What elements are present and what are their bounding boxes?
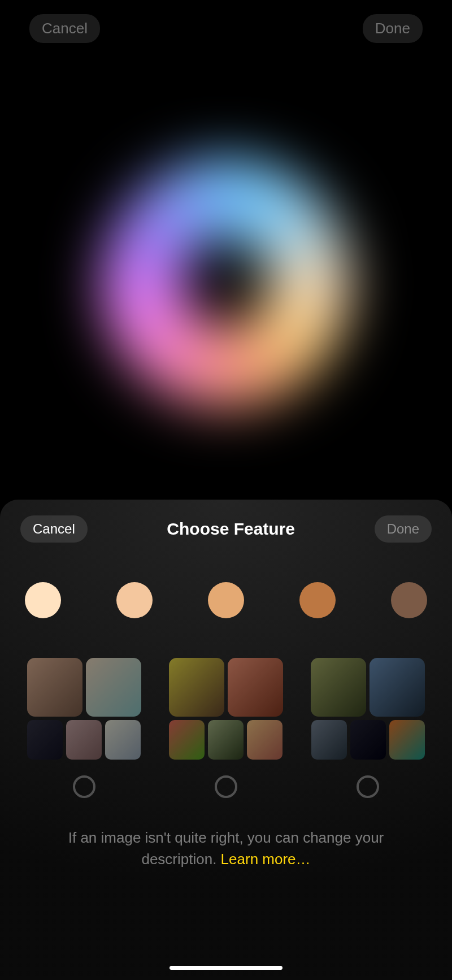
top-done-button[interactable]: Done: [363, 14, 423, 43]
avatar-thumb[interactable]: [169, 658, 224, 717]
skin-tone-swatch-4[interactable]: [299, 582, 336, 618]
avatar-thumb[interactable]: [247, 720, 282, 760]
skin-tone-swatches: [20, 582, 432, 618]
avatar-thumb[interactable]: [311, 720, 347, 760]
avatar-thumb[interactable]: [389, 720, 425, 760]
preview-area: [0, 68, 452, 497]
avatar-group-radio-3[interactable]: [357, 775, 379, 798]
sheet-cancel-button[interactable]: Cancel: [20, 515, 88, 543]
avatar-group-1: [20, 658, 147, 798]
avatar-group-2: [162, 658, 289, 798]
sheet-done-button[interactable]: Done: [375, 515, 432, 543]
hint-text: If an image isn't quite right, you can c…: [20, 827, 432, 870]
avatar-thumb[interactable]: [27, 720, 63, 760]
avatar-thumb[interactable]: [105, 720, 141, 760]
avatar-group-radio-1[interactable]: [73, 775, 95, 798]
avatar-thumb[interactable]: [27, 658, 82, 717]
home-indicator[interactable]: [169, 966, 282, 970]
avatar-thumb[interactable]: [169, 720, 205, 760]
skin-tone-swatch-5[interactable]: [391, 582, 427, 618]
avatar-thumb[interactable]: [311, 658, 366, 717]
learn-more-link[interactable]: Learn more…: [221, 851, 311, 868]
avatar-thumb[interactable]: [208, 720, 244, 760]
avatar-group-3: [305, 658, 432, 798]
feature-sheet: Cancel Choose Feature Done: [0, 500, 452, 980]
sheet-title: Choose Feature: [167, 519, 295, 539]
avatar-thumb[interactable]: [350, 720, 386, 760]
avatar-thumb[interactable]: [370, 658, 425, 717]
skin-tone-swatch-3[interactable]: [208, 582, 244, 618]
avatar-thumb[interactable]: [66, 720, 102, 760]
avatar-thumb[interactable]: [228, 658, 283, 717]
avatar-group-radio-2[interactable]: [215, 775, 237, 798]
skin-tone-swatch-2[interactable]: [116, 582, 153, 618]
avatar-thumb[interactable]: [86, 658, 141, 717]
top-cancel-button[interactable]: Cancel: [29, 14, 100, 43]
generative-orb-icon: [102, 158, 350, 407]
skin-tone-swatch-1[interactable]: [25, 582, 61, 618]
